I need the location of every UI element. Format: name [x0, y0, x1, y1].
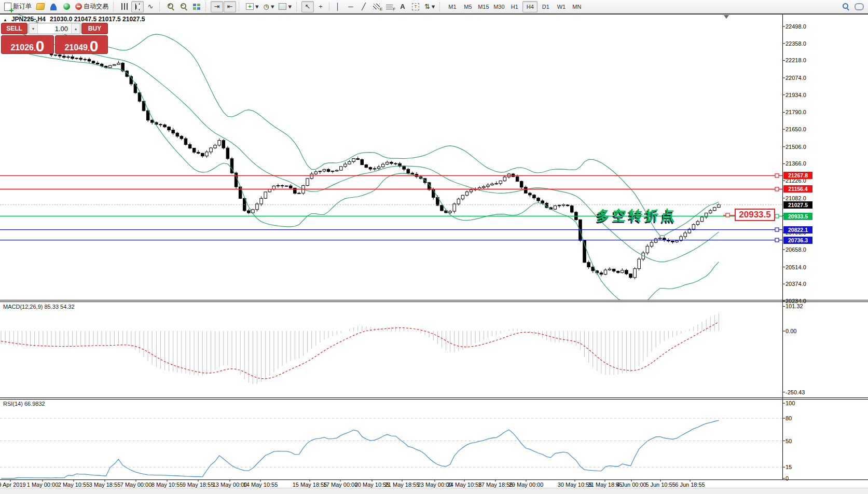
- cursor-tool-button[interactable]: ↖: [301, 1, 314, 12]
- price-tick: 22358.0: [786, 40, 806, 47]
- buy-price-main: 21049: [64, 44, 88, 52]
- horizontal-line-tool-button[interactable]: ─: [345, 1, 357, 12]
- shift-marker-icon: [724, 15, 729, 19]
- price-tick: 21082.0: [786, 195, 806, 201]
- price-chip-20822.1: 20822.1: [783, 226, 812, 234]
- macd-histogram: [1, 313, 719, 384]
- time-label: 14 May 10:55: [243, 482, 278, 488]
- time-label: 17 May 00:00: [323, 482, 358, 488]
- market-watch-button[interactable]: [47, 1, 60, 12]
- templates-icon: [279, 3, 286, 10]
- zoom-in-button[interactable]: +: [164, 1, 177, 12]
- autoscroll-button[interactable]: ⇥: [211, 1, 223, 12]
- mt5-terminal: { "toolbar": { "buttons": {"new_order": …: [0, 0, 868, 494]
- buy-price-display[interactable]: 21049.0: [55, 35, 108, 54]
- chart-candles-button[interactable]: [131, 1, 144, 12]
- zoom-out-button[interactable]: −: [177, 1, 190, 12]
- price-tick: 21790.0: [786, 109, 806, 115]
- timeframe-M1[interactable]: M1: [445, 1, 460, 12]
- symbol-period-label: JPN225-,H4: [11, 16, 46, 23]
- time-label: 21 May 18:55: [385, 482, 420, 488]
- time-label: 6 Jun 18:55: [675, 482, 705, 488]
- chart-shift-button[interactable]: ⇤: [224, 1, 236, 12]
- new-order-button[interactable]: 新订单: [2, 1, 34, 12]
- vertical-line-icon: │: [336, 3, 340, 10]
- templates-button[interactable]: ▾: [277, 1, 294, 12]
- timeframe-MN[interactable]: MN: [569, 1, 584, 12]
- timeframe-D1[interactable]: D1: [538, 1, 553, 12]
- volume-decrease-button[interactable]: ▾: [29, 23, 38, 34]
- timeframe-M30[interactable]: M30: [491, 1, 506, 12]
- sell-price-big-digit: 0: [36, 39, 45, 53]
- market-watch-icon: [50, 3, 57, 10]
- time-label: 4 Jun 00:00: [616, 482, 646, 488]
- timeframe-W1[interactable]: W1: [554, 1, 569, 12]
- time-label: 7 May 00:00: [120, 482, 152, 488]
- price-chip-21267.8: 21267.8: [783, 172, 812, 179]
- price-tick: 20374.0: [786, 281, 806, 287]
- macd-tick: 0.00: [786, 328, 796, 334]
- new-order-icon: [4, 3, 11, 11]
- one-click-trade-panel: SELL ▾ ▴ BUY 21026.0 21049.0: [1, 23, 108, 54]
- trendline-tool-button[interactable]: ╱: [357, 1, 370, 12]
- chat-button[interactable]: [852, 1, 866, 12]
- chart-text-annotation[interactable]: 多空转折点: [597, 207, 677, 225]
- search-button[interactable]: [839, 1, 852, 12]
- time-label: 24 May 10:55: [447, 482, 482, 488]
- collapse-panel-icon[interactable]: ▲: [3, 18, 7, 22]
- navigator-button[interactable]: [60, 1, 73, 12]
- rsi-indicator-label: RSI(14) 66.9832: [3, 401, 45, 407]
- chat-icon: [855, 3, 864, 10]
- buy-button[interactable]: BUY: [81, 23, 108, 34]
- text-tool-button[interactable]: A: [396, 1, 409, 12]
- main-price-pane: [0, 9, 782, 308]
- periods-button[interactable]: ◷ ▾: [261, 1, 277, 12]
- arrows-tool-button[interactable]: ⇅ ▾: [422, 1, 437, 12]
- zoom-in-icon: +: [168, 3, 174, 10]
- chart-bars-button[interactable]: [118, 1, 131, 12]
- vertical-line-tool-button[interactable]: │: [332, 1, 344, 12]
- clock-icon: ◷: [264, 3, 269, 10]
- price-tick: 21366.0: [786, 160, 806, 167]
- label-tool-button[interactable]: T: [409, 1, 422, 12]
- time-label: 1 May 00:00: [27, 482, 59, 488]
- timeframe-M5[interactable]: M5: [460, 1, 475, 12]
- macd-indicator-label: MACD(12,26,9) 85.33 54.32: [3, 304, 75, 310]
- volume-input[interactable]: [38, 23, 71, 34]
- status-strip: [0, 488, 868, 494]
- rsi-pane: [0, 418, 782, 478]
- timeframe-H4[interactable]: H4: [522, 1, 538, 12]
- caret-down-icon: ▾: [255, 3, 259, 10]
- profiles-button[interactable]: [34, 1, 47, 12]
- crosshair-icon: +: [319, 3, 323, 10]
- volume-stepper: ▾ ▴: [29, 23, 80, 34]
- algo-trading-button[interactable]: 自动交易: [73, 1, 111, 12]
- profiles-icon: [36, 3, 45, 10]
- chart-shift-icon: ⇤: [227, 3, 233, 10]
- price-tick: 21934.0: [786, 92, 806, 98]
- ohlc-values: 21030.0 21047.5 21017.5 21027.5: [50, 16, 145, 23]
- volume-increase-button[interactable]: ▴: [71, 23, 80, 34]
- chart-canvas[interactable]: [0, 0, 868, 494]
- tile-windows-icon: [193, 4, 200, 10]
- price-tick: 21506.0: [786, 144, 806, 150]
- fibonacci-tool-button[interactable]: F: [383, 1, 396, 12]
- tile-windows-button[interactable]: [190, 1, 203, 12]
- line-chart-icon: ∿: [148, 3, 154, 10]
- price-callout-box[interactable]: 20933.5: [735, 209, 775, 221]
- time-label: 13 May 00:00: [213, 482, 247, 488]
- toolbar-grip: [239, 2, 241, 11]
- crosshair-tool-button[interactable]: +: [314, 1, 327, 12]
- timeframe-H1[interactable]: H1: [507, 1, 522, 12]
- sell-button[interactable]: SELL: [1, 23, 27, 34]
- indicators-button[interactable]: + ▾: [244, 1, 261, 12]
- timeframe-M15[interactable]: M15: [476, 1, 491, 12]
- arrows-tool-icon: ⇅: [424, 3, 430, 10]
- toolbar-grip: [439, 2, 442, 11]
- buy-price-big-digit: 0: [90, 39, 99, 53]
- timeframe-group: M1M5M15M30H1H4D1W1MN: [445, 1, 584, 12]
- channel-tool-button[interactable]: E: [370, 1, 383, 12]
- cursor-icon: ↖: [305, 3, 310, 10]
- chart-line-button[interactable]: ∿: [144, 1, 157, 12]
- sell-price-display[interactable]: 21026.0: [1, 35, 54, 54]
